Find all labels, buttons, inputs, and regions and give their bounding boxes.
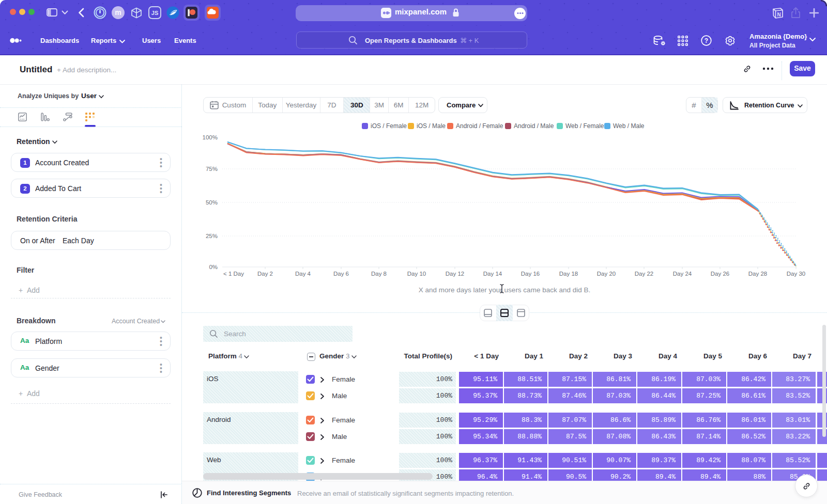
svg-text:Day 24: Day 24 bbox=[673, 271, 692, 277]
svg-text:Day 14: Day 14 bbox=[483, 271, 502, 277]
svg-text:Day 18: Day 18 bbox=[559, 271, 578, 277]
svg-text:Day 4: Day 4 bbox=[295, 271, 311, 277]
svg-text:75%: 75% bbox=[206, 166, 218, 172]
svg-text:100%: 100% bbox=[203, 134, 218, 140]
svg-text:50%: 50% bbox=[206, 199, 218, 206]
svg-text:Day 2: Day 2 bbox=[257, 271, 273, 277]
svg-text:Day 20: Day 20 bbox=[597, 271, 616, 277]
svg-text:N: N bbox=[777, 12, 780, 18]
svg-text:0%: 0% bbox=[209, 264, 218, 270]
svg-text:Day 28: Day 28 bbox=[748, 271, 767, 277]
svg-text:Day 30: Day 30 bbox=[787, 271, 805, 277]
svg-text:< 1 Day: < 1 Day bbox=[223, 271, 244, 277]
svg-text:Day 22: Day 22 bbox=[635, 271, 653, 277]
svg-text:Day 6: Day 6 bbox=[333, 271, 349, 277]
svg-text:Day 26: Day 26 bbox=[711, 271, 729, 277]
svg-text:Day 16: Day 16 bbox=[521, 271, 540, 277]
svg-text:Day 10: Day 10 bbox=[407, 271, 426, 277]
svg-text:Day 12: Day 12 bbox=[446, 271, 464, 277]
svg-text:25%: 25% bbox=[206, 233, 218, 239]
svg-text:?: ? bbox=[705, 37, 708, 44]
svg-text:Day 8: Day 8 bbox=[371, 271, 387, 277]
